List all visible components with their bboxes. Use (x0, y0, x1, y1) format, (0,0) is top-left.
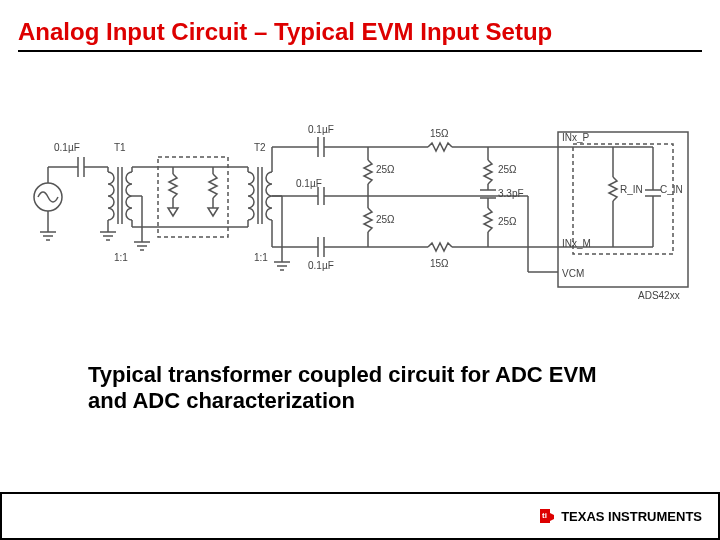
label-t2-ratio: 1:1 (254, 252, 268, 263)
label-r25b: 25Ω (376, 214, 395, 225)
label-inxp: INx_P (562, 132, 589, 143)
slide-footer: ti TEXAS INSTRUMENTS (0, 492, 720, 540)
svg-rect-26 (158, 157, 228, 237)
slide-caption: Typical transformer coupled circuit for … (88, 362, 608, 415)
label-r25c: 25Ω (498, 164, 517, 175)
label-c-bot1: 0.1µF (308, 260, 334, 271)
label-part: ADS42xx (638, 290, 680, 301)
label-vcm: VCM (562, 268, 584, 279)
label-t1: T1 (114, 142, 126, 153)
schematic-diagram: 0.1µF T1 1:1 T2 1:1 0.1µF 0.1µF 0.1µF 25… (18, 112, 702, 322)
label-r25d: 25Ω (498, 216, 517, 227)
title-underline (18, 50, 702, 52)
label-r25a: 25Ω (376, 164, 395, 175)
label-r15a: 15Ω (430, 128, 449, 139)
svg-marker-29 (168, 208, 178, 216)
ti-logo: ti TEXAS INSTRUMENTS (537, 506, 702, 526)
label-c3p3: 3.3pF (498, 188, 524, 199)
label-inxm: INx_M (562, 238, 591, 249)
label-t2: T2 (254, 142, 266, 153)
label-c-top1: 0.1µF (308, 124, 334, 135)
label-r15b: 15Ω (430, 258, 449, 269)
label-cin-src: 0.1µF (54, 142, 80, 153)
label-rin: R_IN (620, 184, 643, 195)
label-cin: C_IN (660, 184, 683, 195)
svg-marker-32 (208, 208, 218, 216)
ti-logo-text: TEXAS INSTRUMENTS (561, 509, 702, 524)
label-t1-ratio: 1:1 (114, 252, 128, 263)
svg-rect-77 (558, 132, 688, 287)
slide-title: Analog Input Circuit – Typical EVM Input… (18, 18, 702, 46)
label-c-mid: 0.1µF (296, 178, 322, 189)
svg-text:ti: ti (542, 511, 547, 520)
ti-chip-icon: ti (537, 506, 557, 526)
